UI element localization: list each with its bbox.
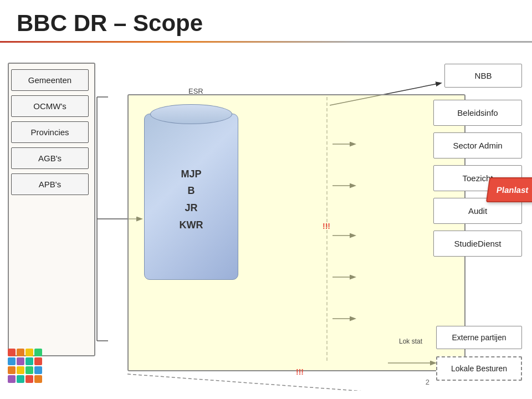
logo-area	[8, 349, 42, 383]
cylinder-container: MJPBJRKWR	[144, 114, 238, 280]
page-number: 2	[426, 378, 429, 386]
diagram-area: NBB Gemeenten OCMW's Provincies AGB's AP…	[0, 47, 532, 391]
logo-dot	[17, 349, 24, 356]
cylinder-label: MJPBJRKWR	[180, 166, 203, 233]
logo-dot	[17, 375, 24, 383]
entity-provincies: Provincies	[11, 121, 89, 143]
logo-dot	[8, 349, 16, 356]
right-box-sector-admin: Sector Admin	[433, 132, 522, 158]
lokale-box: Lokale Besturen	[436, 356, 522, 381]
entity-gemeenten: Gemeenten	[11, 69, 89, 91]
entity-ocmws: OCMW's	[11, 95, 89, 117]
logo-dot	[25, 366, 33, 374]
planlast-badge: Planlast	[486, 177, 532, 202]
left-entities: Gemeenten OCMW's Provincies AGB's APB's	[11, 69, 89, 195]
cylinder-top	[150, 104, 232, 124]
logo-dot	[34, 375, 42, 383]
logo-dot	[8, 375, 16, 383]
logo-dot	[25, 375, 33, 383]
svg-line-11	[127, 374, 432, 391]
page-title: BBC DR – Scope	[0, 0, 532, 41]
logo-dot	[17, 357, 24, 365]
externe-box: Externe partijen	[436, 326, 522, 349]
exclaim-2: !!!	[296, 367, 304, 376]
logo-dot	[8, 366, 16, 374]
logo-dot	[34, 357, 42, 365]
nbb-box: NBB	[444, 64, 522, 88]
divider	[0, 41, 532, 43]
logo-dot	[8, 357, 16, 365]
entity-apbs: APB's	[11, 173, 89, 195]
logo-dot	[25, 349, 33, 356]
exclaim-1: !!!	[323, 222, 330, 231]
right-box-studiedienst: StudieDienst	[433, 231, 522, 257]
logo-dot	[34, 366, 42, 374]
logo-dot	[17, 366, 24, 374]
logo-dot	[34, 349, 42, 356]
logo-dot	[25, 357, 33, 365]
entity-agbs: AGB's	[11, 147, 89, 169]
right-box-beleidsinfo: Beleidsinfo	[433, 100, 522, 126]
lok-stat-label: Lok stat	[399, 337, 422, 345]
